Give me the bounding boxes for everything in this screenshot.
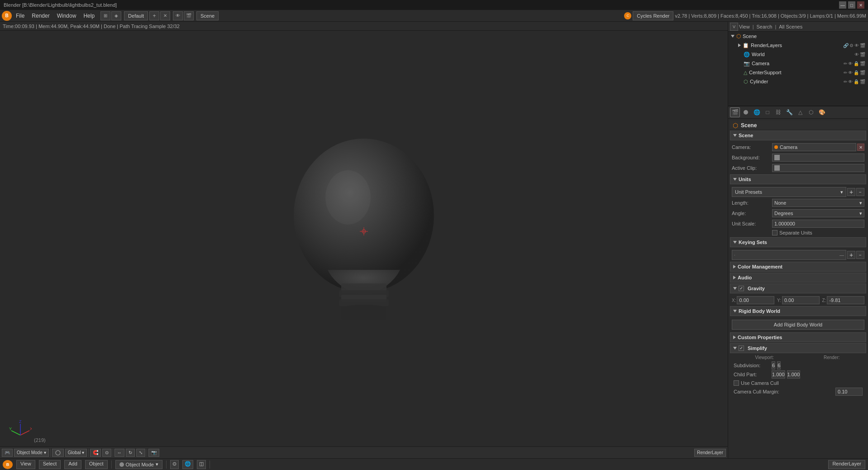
layout-selector[interactable]: Default (124, 11, 148, 20)
bottom-logo[interactable]: B (3, 460, 13, 469)
view-menu-btn[interactable]: View (16, 460, 35, 469)
gravity-x-field[interactable]: 0.00 (737, 296, 774, 304)
rigid-body-world-header[interactable]: Rigid Body World (730, 306, 866, 316)
outliner-item-scene[interactable]: ⬡ Scene (728, 32, 868, 41)
camera-clear-btn[interactable]: ✕ (857, 144, 864, 151)
unit-presets-field[interactable]: Unit Presets ▾ (732, 187, 846, 197)
camera-value-field[interactable]: Camera (772, 143, 856, 151)
world-lock-icon[interactable]: 👁 (854, 52, 859, 57)
gravity-y-field[interactable]: 0.00 (782, 296, 820, 304)
subdivision-render-field[interactable]: 6 (777, 361, 781, 369)
close-btn[interactable]: ✕ (857, 1, 864, 9)
cylinder-edit-icon[interactable]: ✏ (844, 79, 847, 84)
background-field[interactable] (772, 153, 864, 162)
renderlayers-settings-icon[interactable]: ⚙ (849, 43, 854, 48)
keying-input-field[interactable]: · — (732, 250, 846, 260)
keying-sets-header[interactable]: Keying Sets (730, 237, 866, 247)
render-layer-bottom-btn[interactable]: RenderLayer (828, 460, 865, 469)
maximize-btn[interactable]: □ (848, 1, 855, 9)
length-field[interactable]: None ▾ (772, 199, 864, 207)
mode-selector[interactable]: Object Mode ▾ (14, 449, 49, 457)
global-selector[interactable]: Global ▾ (65, 449, 87, 457)
outliner-item-renderlayers[interactable]: 📋 RenderLayers 🔗 ⚙ 👁 🎬 (728, 41, 868, 50)
menu-window[interactable]: Window (54, 12, 80, 20)
outliner-item-cylinder[interactable]: ⬡ Cylinder ✏ 👁 🔒 🎬 (728, 77, 868, 86)
active-clip-field[interactable] (772, 164, 864, 172)
outliner-item-camera[interactable]: 📷 Camera ✏ 👁 🔒 🎬 (728, 59, 868, 68)
camera-render-icon[interactable]: 🎬 (860, 61, 865, 66)
engine-selector[interactable]: Cycles Render (633, 11, 673, 20)
use-camera-cull-checkbox[interactable] (734, 380, 739, 386)
bottom-mode-btn[interactable]: Object Mode ▾ (115, 460, 162, 469)
object-menu-btn[interactable]: Object (85, 460, 108, 469)
centersupport-edit-icon[interactable]: ✏ (844, 70, 847, 75)
gravity-enabled-checkbox[interactable] (739, 286, 744, 291)
world-render-icon[interactable]: 🎬 (860, 52, 865, 57)
unit-presets-add-btn[interactable]: + (847, 188, 855, 196)
select-menu-btn[interactable]: Select (39, 460, 61, 469)
viewport-editor-type-btn[interactable]: 🎮 (2, 449, 13, 457)
renderlayers-link-icon[interactable]: 🔗 (843, 43, 849, 48)
cylinder-lock-icon[interactable]: 🔒 (854, 79, 859, 84)
layout-add-btn[interactable]: + (149, 11, 159, 20)
view3d-icon-btn[interactable]: 👁 (173, 11, 183, 20)
subdivision-viewport-field[interactable]: 6 (772, 361, 775, 369)
info-editor-btn[interactable]: ⊞ (100, 11, 110, 20)
scene-selector[interactable]: Scene (196, 11, 219, 20)
color-management-header[interactable]: Color Management (730, 262, 866, 272)
timeline-editor-btn[interactable]: ◈ (111, 11, 121, 20)
units-section-header[interactable]: Units (730, 174, 866, 184)
window-controls[interactable]: — □ ✕ (839, 1, 864, 9)
child-part-viewport-field[interactable]: 1.000 (772, 370, 785, 379)
snap-btn[interactable]: 🧲 (90, 449, 101, 457)
camera-cull-margin-field[interactable]: 0.10 (835, 388, 863, 396)
outliner-item-centersupport[interactable]: △ CenterSupport ✏ 👁 🔒 🎬 (728, 68, 868, 77)
scale-btn[interactable]: ⤡ (136, 449, 145, 457)
outliner-item-world[interactable]: 🌐 World 👁 🎬 (728, 50, 868, 59)
gravity-z-field[interactable]: -9.81 (827, 296, 864, 304)
centersupport-lock-icon[interactable]: 🔒 (854, 70, 859, 75)
menu-file[interactable]: File (13, 12, 28, 20)
outliner-view-label[interactable]: View (739, 24, 750, 29)
angle-field[interactable]: Degrees ▾ (772, 209, 864, 217)
pivot-btn[interactable]: ⊙ (170, 460, 179, 469)
cylinder-render-icon[interactable]: 🎬 (860, 79, 865, 84)
props-material-icon[interactable]: ⬡ (806, 107, 816, 117)
simplify-enabled-checkbox[interactable] (739, 345, 744, 351)
minimize-btn[interactable]: — (839, 1, 846, 9)
rotate-btn[interactable]: ↻ (126, 449, 135, 457)
props-render-icon[interactable]: 🎬 (730, 107, 740, 117)
centersupport-render-icon[interactable]: 🎬 (860, 70, 865, 75)
add-rigid-body-btn[interactable]: Add Rigid Body World (732, 320, 864, 330)
viewport-3d[interactable]: X Y Z (219) 🎮 Object Mode ▾ (0, 31, 728, 458)
audio-header[interactable]: Audio (730, 273, 866, 283)
cycles-icon[interactable]: C (624, 12, 631, 19)
camera-lock-icon[interactable]: 🔒 (854, 61, 859, 66)
layer-btn[interactable]: ◫ (197, 460, 206, 469)
add-menu-btn[interactable]: Add (64, 460, 81, 469)
custom-props-header[interactable]: Custom Properties (730, 332, 866, 342)
outliner-view-btn[interactable]: V (730, 23, 738, 31)
unit-scale-field[interactable]: 1.000000 (772, 220, 864, 228)
child-part-render-field[interactable]: 1.000 (787, 370, 801, 379)
renderlayers-render-icon[interactable]: 🎬 (860, 43, 865, 48)
props-scene-icon[interactable] (741, 107, 751, 117)
props-data-icon[interactable]: △ (795, 107, 805, 117)
unit-presets-remove-btn[interactable]: − (856, 188, 864, 196)
props-world-icon[interactable]: 🌐 (752, 107, 762, 117)
keying-add-btn[interactable]: + (847, 251, 855, 259)
keying-remove-btn[interactable]: − (856, 251, 864, 259)
viewport-circle-btn[interactable] (52, 449, 64, 457)
cylinder-view-icon[interactable]: 👁 (848, 79, 853, 84)
scene-section-header[interactable]: Scene (730, 130, 866, 140)
centersupport-view-icon[interactable]: 👁 (848, 70, 853, 75)
scene-icon-btn[interactable]: 🎬 (184, 11, 194, 20)
simplify-header[interactable]: Simplify (730, 343, 866, 353)
layout-remove-btn[interactable]: ✕ (160, 11, 170, 20)
camera-edit-icon[interactable]: ✏ (844, 61, 847, 66)
translate-btn[interactable]: ↔ (114, 449, 124, 457)
orientation-btn[interactable]: 🌐 (182, 460, 193, 469)
camera-btn[interactable]: 📷 (148, 449, 159, 457)
proportional-btn[interactable]: ⊙ (102, 449, 111, 457)
render-layer-display[interactable]: RenderLayer (694, 449, 726, 457)
